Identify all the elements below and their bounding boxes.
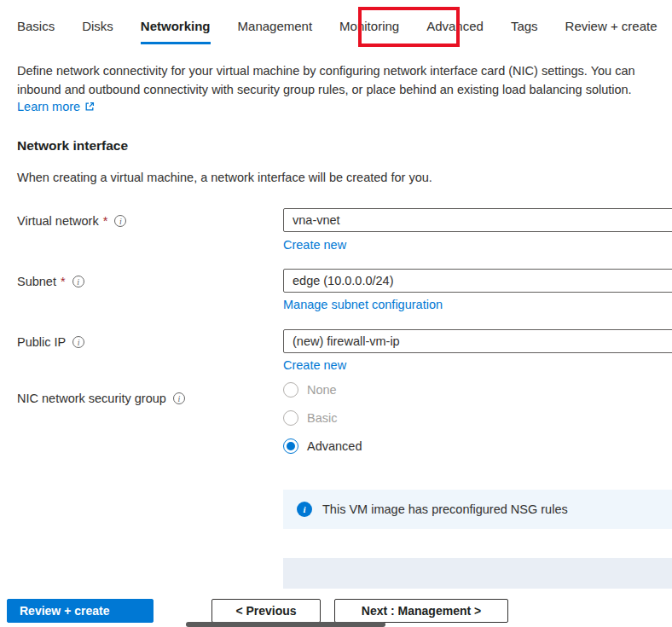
subnet-value: edge (10.0.0.0/24) [293,274,394,287]
vm-create-networking-page: Basics Disks Networking Management Monit… [0,0,672,627]
nsg-option-basic[interactable]: Basic [283,410,362,426]
network-interface-subtitle: When creating a virtual machine, a netwo… [17,171,432,184]
public-ip-value: (new) firewall-vm-ip [293,334,400,348]
info-icon[interactable]: i [114,215,126,227]
public-ip-label-text: Public IP [17,335,66,349]
nsg-option-none[interactable]: None [283,382,362,398]
learn-more-link[interactable]: Learn more [17,100,95,113]
nsg-option-advanced[interactable]: Advanced [283,438,362,454]
virtual-network-label-text: Virtual network [17,214,99,228]
subnet-dropdown[interactable]: edge (10.0.0.0/24) [283,269,672,293]
tab-disks[interactable]: Disks [82,19,113,44]
info-icon[interactable]: i [72,336,84,348]
clipped-field-below[interactable] [283,558,672,589]
radio-button-basic[interactable] [283,410,298,426]
review-create-button[interactable]: Review + create [7,599,154,623]
wizard-tab-bar: Basics Disks Networking Management Monit… [17,19,658,44]
nic-nsg-label: NIC network security group i [17,392,185,405]
nsg-info-banner: i This VM image has preconfigured NSG ru… [283,490,672,529]
nic-nsg-label-text: NIC network security group [17,392,166,405]
info-icon[interactable]: i [173,392,185,404]
next-management-button[interactable]: Next : Management > [334,599,508,623]
tab-management[interactable]: Management [238,19,313,44]
external-link-icon [84,102,95,112]
tab-basics[interactable]: Basics [17,19,55,44]
info-filled-icon: i [297,502,312,517]
info-icon[interactable]: i [72,276,84,287]
network-interface-heading: Network interface [17,138,128,154]
tab-tags[interactable]: Tags [511,19,538,44]
learn-more-label: Learn more [17,100,80,113]
radio-label-advanced: Advanced [307,439,362,453]
subnet-label-text: Subnet [17,275,56,288]
horizontal-scrollbar-thumb[interactable] [186,622,385,627]
radio-button-none[interactable] [283,382,298,398]
nsg-info-text: This VM image has preconfigured NSG rule… [322,502,568,516]
radio-label-none: None [307,383,337,397]
subnet-label: Subnet * i [17,275,84,288]
tab-monitoring[interactable]: Monitoring [339,19,399,44]
previous-button[interactable]: < Previous [211,599,321,623]
public-ip-dropdown[interactable]: (new) firewall-vm-ip [283,329,672,353]
virtual-network-value: vna-vnet [293,213,340,227]
page-description-line2: inbound and outbound connectivity with s… [17,80,672,99]
manage-subnet-configuration-link[interactable]: Manage subnet configuration [283,298,443,311]
tab-networking[interactable]: Networking [141,19,211,44]
page-description-line1: Define network connectivity for your vir… [17,61,672,80]
tab-review-create[interactable]: Review + create [565,19,658,44]
virtual-network-label: Virtual network * i [17,214,126,228]
create-new-vnet-link[interactable]: Create new [283,238,346,252]
virtual-network-dropdown[interactable]: vna-vnet [283,208,672,232]
nic-nsg-radio-group: None Basic Advanced [283,382,362,454]
required-marker: * [61,275,66,288]
create-new-public-ip-link[interactable]: Create new [283,358,346,372]
required-marker: * [103,214,108,228]
radio-button-advanced[interactable] [283,438,298,454]
tab-advanced[interactable]: Advanced [426,19,484,44]
radio-label-basic: Basic [307,411,337,425]
public-ip-label: Public IP i [17,335,84,349]
